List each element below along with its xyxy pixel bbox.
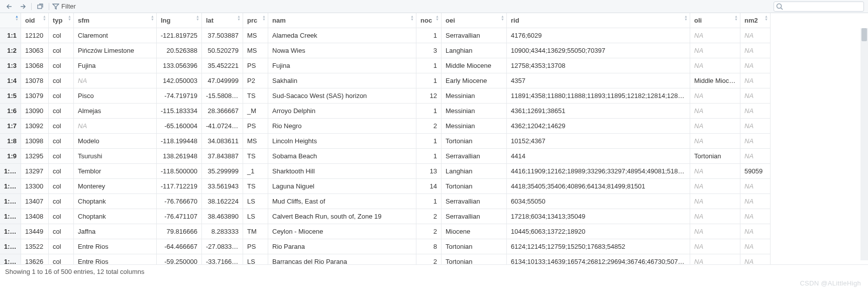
cell-oli: NA [690,194,740,209]
col-header-sfm[interactable]: sfm▲▼ [74,13,157,28]
col-header-oid[interactable]: oid▲▼ [21,13,49,28]
scrollbar-thumb[interactable] [861,28,867,41]
sort-icon[interactable]: ▲▼ [262,15,266,21]
cell-oei: Early Miocene [442,73,507,88]
cell-noc: 2 [416,224,442,239]
row-number[interactable]: 1:2 [0,43,21,58]
sort-icon[interactable]: ▲▼ [43,15,46,21]
cell-nm2: NA [740,104,771,119]
cell-oei: Messinian [442,119,507,134]
popout-button[interactable] [35,3,46,11]
cell-rid: 4357 [507,73,690,88]
col-header-prc[interactable]: prc▲▼ [243,13,268,28]
data-grid: ▲▼oid▲▼typ▲▼sfm▲▼lng▲▼lat▲▼prc▲▼nam▲▼noc… [0,13,868,264]
cell-lat: 50.520279 [202,43,243,58]
row-number[interactable]: 1:14 [0,224,21,239]
cell-typ: col [49,134,74,149]
cell-prc: P2 [243,73,268,88]
col-header-noc[interactable]: noc▲▼ [416,13,442,28]
sort-icon[interactable]: ▲▼ [765,15,768,21]
forward-button[interactable] [17,3,28,11]
cell-typ: col [49,43,74,58]
cell-noc: 12 [416,88,442,104]
back-button[interactable] [4,3,15,11]
row-number[interactable]: 1:9 [0,149,21,164]
cell-nm2: NA [740,119,771,134]
cell-nam: Laguna Niguel [268,179,416,194]
cell-prc: LS [243,194,268,209]
cell-nam: Nowa Wies [268,43,416,58]
col-header-oei[interactable]: oei▲▼ [442,13,507,28]
cell-sfm: Monterey [74,179,157,194]
row-header-corner[interactable]: ▲▼ [0,13,21,28]
cell-lng: 138.261948 [157,149,202,164]
cell-rid: 10445;6063;13722;18920 [507,224,690,239]
cell-prc: TM [243,224,268,239]
cell-sfm: Claremont [74,28,157,43]
vertical-scrollbar[interactable] [860,28,868,260]
cell-oli: NA [690,88,740,104]
row-number[interactable]: 1:7 [0,119,21,134]
cell-prc: _1 [243,164,268,179]
cell-prc: MS [243,43,268,58]
cell-sfm: Entre Rios [74,254,157,264]
row-number[interactable]: 1:15 [0,239,21,254]
row-number[interactable]: 1:13 [0,209,21,224]
row-number[interactable]: 1:16 [0,254,21,264]
cell-rid: 17218;6034;13413;35049 [507,209,690,224]
cell-prc: TS [243,179,268,194]
sort-icon[interactable]: ▲▼ [151,15,154,21]
row-number[interactable]: 1:4 [0,73,21,88]
toolbar: Filter [0,0,868,13]
cell-nam: Fujina [268,58,416,73]
row-number[interactable]: 1:5 [0,88,21,104]
cell-oid: 13408 [21,209,49,224]
cell-noc: 2 [416,254,442,264]
col-header-lat[interactable]: lat▲▼ [202,13,243,28]
sort-icon[interactable]: ▲▼ [410,15,414,21]
cell-nm2: NA [740,88,771,104]
cell-nam: Rio Negro [268,119,416,134]
cell-oli: NA [690,134,740,149]
cell-typ: col [49,58,74,73]
row-number[interactable]: 1:1 [0,28,21,43]
row-number[interactable]: 1:11 [0,179,21,194]
sort-icon[interactable]: ▲▼ [15,15,19,21]
col-header-nam[interactable]: nam▲▼ [268,13,416,28]
col-header-nm2[interactable]: nm2▲▼ [740,13,771,28]
col-header-typ[interactable]: typ▲▼ [49,13,74,28]
sort-icon[interactable]: ▲▼ [196,15,199,21]
cell-noc: 1 [416,194,442,209]
col-header-rid[interactable]: rid▲▼ [507,13,690,28]
cell-oli: NA [690,28,740,43]
row-number[interactable]: 1:12 [0,194,21,209]
cell-typ: col [49,149,74,164]
cell-lat: 35.452221 [202,58,243,73]
row-number[interactable]: 1:3 [0,58,21,73]
sort-icon[interactable]: ▲▼ [436,15,439,21]
cell-typ: col [49,224,74,239]
row-number[interactable]: 1:10 [0,164,21,179]
sort-icon[interactable]: ▲▼ [501,15,504,21]
sort-icon[interactable]: ▲▼ [684,15,688,21]
col-header-oli[interactable]: oli▲▼ [690,13,740,28]
cell-oid: 13078 [21,73,49,88]
cell-rid: 4361;12691;38651 [507,104,690,119]
cell-lng: -59.250000 [157,254,202,264]
svg-rect-0 [38,5,42,9]
row-number[interactable]: 1:8 [0,134,21,149]
sort-icon[interactable]: ▲▼ [734,15,738,21]
cell-typ: col [49,88,74,104]
sort-icon[interactable]: ▲▼ [68,15,71,21]
cell-typ: col [49,179,74,194]
search-input[interactable] [774,2,864,12]
cell-prc: MS [243,134,268,149]
cell-typ: col [49,254,74,264]
col-header-lng[interactable]: lng▲▼ [157,13,202,28]
cell-lng: -64.466667 [157,239,202,254]
filter-button[interactable]: Filter [52,3,76,10]
cell-lat: 33.561943 [202,179,243,194]
cell-sfm: NA [74,73,157,88]
row-number[interactable]: 1:6 [0,104,21,119]
sort-icon[interactable]: ▲▼ [237,15,241,21]
